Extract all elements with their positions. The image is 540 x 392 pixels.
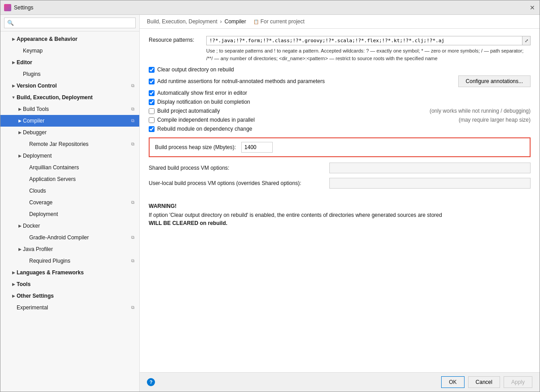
- checkbox-row-compile-parallel: Compile independent modules in parallel …: [149, 117, 531, 123]
- help-button[interactable]: ?: [147, 378, 155, 386]
- clear-output-label: Clear output directory on rebuild: [157, 66, 531, 73]
- sidebar-item-build-tools[interactable]: Build Tools ⧉: [0, 103, 139, 115]
- sidebar-item-editor[interactable]: Editor: [0, 57, 139, 68]
- sidebar-item-label: Gradle-Android Compiler: [29, 234, 129, 241]
- resource-patterns-expand-button[interactable]: ⤢: [522, 36, 531, 45]
- sidebar-item-debugger[interactable]: Debugger: [0, 127, 139, 138]
- sidebar-item-experimental[interactable]: Experimental ⧉: [0, 302, 139, 313]
- sidebar-item-keymap[interactable]: Keymap: [0, 45, 139, 57]
- breadcrumb-bar: Build, Execution, Deployment › Compiler …: [140, 15, 540, 29]
- user-vm-row: User-local build process VM options (ove…: [149, 178, 531, 189]
- collapse-arrow: [17, 223, 23, 229]
- breadcrumb-path: Build, Execution, Deployment: [147, 18, 217, 25]
- resource-patterns-input[interactable]: [206, 36, 522, 45]
- sidebar-item-languages[interactable]: Languages & Frameworks: [0, 267, 139, 278]
- sidebar-item-gradle-android[interactable]: Gradle-Android Compiler ⧉: [0, 232, 139, 243]
- sidebar-item-required-plugins[interactable]: Required Plugins ⧉: [0, 255, 139, 267]
- sidebar-item-app-servers[interactable]: Application Servers: [0, 173, 139, 185]
- sidebar-item-label: Clouds: [29, 188, 136, 194]
- sidebar-item-coverage[interactable]: Coverage ⧉: [0, 197, 139, 208]
- collapse-arrow: [17, 246, 23, 252]
- copy-icon: ⧉: [129, 258, 136, 264]
- add-runtime-checkbox[interactable]: [149, 79, 155, 84]
- clear-output-checkbox[interactable]: [149, 67, 155, 73]
- sidebar-item-docker[interactable]: Docker: [0, 220, 139, 232]
- resource-patterns-label: Resource patterns:: [149, 36, 203, 43]
- rebuild-dependency-checkbox[interactable]: [149, 126, 155, 132]
- settings-content: Resource patterns: ⤢ Use ; to separate p…: [140, 29, 540, 372]
- sidebar-item-version-control[interactable]: Version Control ⧉: [0, 80, 139, 92]
- heap-section: Build process heap size (Mbytes):: [149, 137, 531, 157]
- auto-show-label: Automatically show first error in editor: [157, 90, 531, 96]
- checkbox-row-build-auto: Build project automatically (only works …: [149, 108, 531, 114]
- warning-title: WARNING!: [149, 203, 531, 209]
- collapse-arrow: [23, 234, 29, 241]
- sidebar-item-label: Version Control: [17, 83, 129, 89]
- sidebar-item-other-settings[interactable]: Other Settings: [0, 290, 139, 302]
- ok-button[interactable]: OK: [441, 376, 464, 388]
- window-title: Settings: [14, 4, 529, 11]
- collapse-arrow: [10, 94, 17, 101]
- heap-input[interactable]: [241, 142, 273, 153]
- resource-hint: Use ; to separate patterns and ! to nega…: [206, 47, 531, 62]
- sidebar-item-label: Required Plugins: [29, 258, 129, 264]
- title-bar: Settings ✕: [0, 0, 540, 15]
- sidebar-item-plugins[interactable]: Plugins: [0, 68, 139, 80]
- checkbox-row-add-runtime: Add runtime assertions for notnull-annot…: [149, 75, 531, 87]
- apply-button[interactable]: Apply: [504, 376, 532, 388]
- breadcrumb-project: 📋 For current project: [253, 18, 305, 25]
- collapse-arrow: [23, 258, 29, 264]
- sidebar-item-appearance[interactable]: Appearance & Behavior: [0, 33, 139, 45]
- collapse-arrow: [17, 118, 23, 124]
- sidebar-item-build-execution[interactable]: Build, Execution, Deployment: [0, 92, 139, 103]
- collapse-arrow: [23, 188, 29, 194]
- search-input[interactable]: [4, 18, 136, 28]
- settings-window: Settings ✕ Appearance & Behavior Keymap: [0, 0, 540, 392]
- sidebar-item-deployment[interactable]: Deployment: [0, 150, 139, 162]
- add-runtime-label: Add runtime assertions for notnull-annot…: [157, 78, 456, 84]
- sidebar-item-clouds[interactable]: Clouds: [0, 185, 139, 197]
- auto-show-checkbox[interactable]: [149, 90, 155, 96]
- copy-icon: ⧉: [129, 106, 136, 112]
- display-notification-checkbox[interactable]: [149, 99, 155, 105]
- sidebar-item-label: Java Profiler: [23, 246, 136, 252]
- sidebar-item-remote-jar[interactable]: Remote Jar Repositories ⧉: [0, 138, 139, 150]
- compile-parallel-checkbox[interactable]: [149, 117, 155, 123]
- copy-icon: ⧉: [129, 83, 136, 89]
- user-vm-input[interactable]: [329, 178, 531, 189]
- collapse-arrow: [17, 48, 23, 54]
- sidebar-item-compiler[interactable]: Compiler ⧉: [0, 115, 139, 127]
- sidebar-item-arquillian[interactable]: Arquillian Containers: [0, 162, 139, 173]
- sidebar-item-label: Deployment: [23, 153, 136, 159]
- sidebar-item-label: Keymap: [23, 48, 136, 54]
- collapse-arrow: [17, 129, 23, 136]
- sidebar-item-deployment2[interactable]: Deployment: [0, 208, 139, 220]
- collapse-arrow: [10, 83, 17, 89]
- main-content: Appearance & Behavior Keymap Editor Plug…: [0, 15, 540, 392]
- user-vm-label: User-local build process VM options (ove…: [149, 180, 324, 186]
- sidebar-item-label: Remote Jar Repositories: [29, 141, 129, 147]
- sidebar-item-tools[interactable]: Tools: [0, 278, 139, 290]
- sidebar-item-java-profiler[interactable]: Java Profiler: [0, 243, 139, 255]
- rebuild-dependency-label: Rebuild module on dependency change: [157, 126, 531, 132]
- sidebar-item-label: Other Settings: [17, 293, 136, 299]
- shared-vm-label: Shared build process VM options:: [149, 165, 324, 171]
- build-auto-checkbox[interactable]: [149, 108, 155, 114]
- cancel-button[interactable]: Cancel: [468, 376, 500, 388]
- resource-patterns-row: Resource patterns: ⤢ Use ; to separate p…: [149, 36, 531, 62]
- breadcrumb-project-label: For current project: [261, 18, 305, 25]
- sidebar-item-label: Build Tools: [23, 106, 129, 112]
- collapse-arrow: [17, 153, 23, 159]
- build-auto-note: (only works while not running / debuggin…: [429, 108, 531, 114]
- shared-vm-input[interactable]: [329, 163, 531, 173]
- configure-annotations-button[interactable]: Configure annotations...: [458, 75, 531, 87]
- copy-icon: ⧉: [129, 141, 136, 147]
- checkbox-row-auto-show: Automatically show first error in editor: [149, 90, 531, 96]
- checkboxes-section: Clear output directory on rebuild Add ru…: [149, 66, 531, 132]
- collapse-arrow: [23, 164, 29, 171]
- close-button[interactable]: ✕: [529, 4, 536, 11]
- sidebar-item-label: Coverage: [29, 199, 129, 206]
- copy-icon: ⧉: [129, 199, 136, 206]
- checkbox-row-display-notification: Display notification on build completion: [149, 99, 531, 105]
- app-icon: [4, 4, 11, 11]
